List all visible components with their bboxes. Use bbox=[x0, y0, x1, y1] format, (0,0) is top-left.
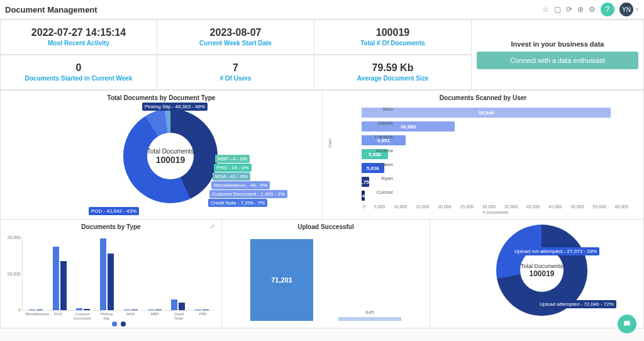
bar-other: 845 bbox=[338, 317, 401, 321]
page-title: Document Management bbox=[5, 5, 97, 14]
panel-title: Total Documents by Document Type bbox=[1, 91, 322, 103]
slice-label-mbp: MBP - 4 - 0% bbox=[215, 155, 250, 163]
chevron-down-icon[interactable]: ▾ bbox=[636, 6, 639, 13]
slice-label-credit: Credit Note - 7,299 - 7% bbox=[208, 199, 267, 207]
kpi-most-recent-activity: 2022-07-27 14:15:14 Most Recent Activity bbox=[0, 20, 157, 55]
donut2-center-label: Total Documents bbox=[521, 263, 563, 269]
tick: 0 bbox=[2, 308, 21, 312]
hbar-bar: 55,840 bbox=[362, 108, 611, 118]
kpi-value: 79.59 Kb bbox=[372, 62, 414, 74]
single-plot: 71,201 845 bbox=[241, 235, 411, 321]
connect-button[interactable]: Connect with a data enthusiast bbox=[477, 52, 638, 69]
hbar-category: Andrew bbox=[362, 148, 397, 154]
donut-center: Total Documents 100019 bbox=[123, 109, 218, 203]
x-axis-labels: MiscellaneousPODCustoms DocumentPicking … bbox=[22, 312, 215, 320]
panel-docs-by-type-donut: Total Documents by Document Type Total D… bbox=[0, 90, 323, 220]
donut2-center-value: 100019 bbox=[529, 269, 554, 278]
monitor-icon[interactable]: ▢ bbox=[554, 5, 561, 14]
hbar-category: Nico bbox=[362, 106, 397, 112]
kpi-label: Current Week Start Date bbox=[199, 40, 272, 47]
chat-fab[interactable] bbox=[618, 315, 636, 328]
kpi-value: 100019 bbox=[376, 27, 409, 38]
kpi-avg-size: 79.59 Kb Average Document Size bbox=[314, 55, 472, 90]
panel-title: Documents by Type bbox=[1, 220, 221, 232]
app-header: Document Management ☆ ▢ ⟳ ⊕ ⚙ ? YN ▾ bbox=[0, 0, 644, 20]
hbar-category: Shawn bbox=[362, 162, 397, 167]
legend-dot-a bbox=[112, 321, 117, 327]
bar-other-label: 845 bbox=[365, 310, 374, 315]
donut-chart[interactable]: Total Documents 100019 Picking Slip - 48… bbox=[1, 103, 322, 219]
panel-upload-successful: Upload Successful 71,201 845 bbox=[222, 220, 430, 328]
user-avatar[interactable]: YN bbox=[619, 3, 633, 16]
vbar-chart[interactable]: 40,000 20,000 0 MiscellaneousPODCustoms … bbox=[1, 232, 221, 326]
hbar-category: Frederik bbox=[362, 134, 397, 140]
kpi-value: 7 bbox=[233, 62, 238, 74]
invest-card: Invest in your business data Connect wit… bbox=[472, 20, 644, 90]
slice-label-not-attempted: Upload not attempted - 27,973 - 28% bbox=[512, 247, 599, 255]
kpi-users: 7 # Of Users bbox=[157, 55, 314, 90]
invest-title: Invest in your business data bbox=[511, 40, 604, 48]
legend-dot-b bbox=[121, 321, 126, 327]
hbar-category: Ryan bbox=[362, 176, 397, 181]
panel-upload-attempted-donut: Total Documents 100019 Upload not attemp… bbox=[430, 220, 644, 328]
help-icon[interactable]: ? bbox=[601, 3, 614, 16]
slice-label-misc: Miscellaneous - 46 - 0% bbox=[211, 181, 270, 189]
slice-label-attempted: Upload attempted - 72,046 - 72% bbox=[537, 300, 616, 308]
vbar-plot bbox=[22, 235, 215, 311]
kpi-value: 2022-07-27 14:15:14 bbox=[31, 27, 126, 38]
panel-title: Documents Scanned by User bbox=[323, 91, 643, 103]
refresh-icon[interactable]: ⟳ bbox=[566, 5, 572, 14]
panel-docs-by-type-bar: ⤢ Documents by Type 40,000 20,000 0 Misc… bbox=[0, 220, 222, 328]
gear-icon[interactable]: ⚙ bbox=[589, 5, 596, 14]
tick: 20,000 bbox=[2, 272, 21, 276]
hbar-chart[interactable]: Nico55,840Gareth20,883Frederik9,851Andre… bbox=[323, 103, 643, 208]
slice-label-picking: Picking Slip - 48,363 - 48% bbox=[142, 103, 208, 111]
hbar-category: Gareth bbox=[362, 120, 397, 126]
single-bar-chart[interactable]: 71,201 845 bbox=[222, 232, 430, 326]
slice-label-customs: Customs Document - 1,405 - 1% bbox=[209, 190, 287, 198]
kpi-value: 0 bbox=[76, 62, 82, 74]
kpi-label: # Of Users bbox=[219, 75, 251, 82]
kpi-docs-started: 0 Documents Started in Current Week bbox=[0, 55, 157, 90]
slice-label-pod: POD - 42,842 - 43% bbox=[89, 207, 139, 215]
kpi-week-start: 2023-08-07 Current Week Start Date bbox=[157, 20, 314, 55]
donut-center-label: Total Documents bbox=[147, 148, 194, 155]
bar-success: 71,201 bbox=[250, 239, 313, 321]
panel-docs-by-user: Documents Scanned by User User Nico55,84… bbox=[323, 90, 644, 220]
tick: 40,000 bbox=[2, 235, 21, 240]
kpi-label: Documents Started in Current Week bbox=[25, 75, 133, 82]
y-axis-ticks: 40,000 20,000 0 bbox=[2, 235, 21, 312]
add-icon[interactable]: ⊕ bbox=[577, 5, 584, 14]
header-toolbar: ☆ ▢ ⟳ ⊕ ⚙ ? YN ▾ bbox=[542, 3, 639, 16]
donut2-chart[interactable]: Total Documents 100019 Upload not attemp… bbox=[430, 220, 643, 328]
slice-label-msa: MSA - 41 - 0% bbox=[213, 172, 250, 181]
kpi-value: 2023-08-07 bbox=[210, 27, 262, 38]
panel-title: Upload Successful bbox=[222, 220, 430, 232]
donut-center-value: 100019 bbox=[156, 155, 186, 165]
kpi-label: Most Recent Activity bbox=[48, 40, 109, 47]
kpi-label: Total # Of Documents bbox=[360, 40, 425, 47]
star-icon[interactable]: ☆ bbox=[542, 5, 549, 14]
expand-icon[interactable]: ⤢ bbox=[210, 223, 216, 230]
legend bbox=[22, 321, 215, 327]
charts-row-2: Total Documents by Document Type Total D… bbox=[0, 90, 644, 220]
charts-row-3: ⤢ Documents by Type 40,000 20,000 0 Misc… bbox=[0, 220, 644, 328]
slice-label-prd: PRD - 19 - 0% bbox=[214, 164, 252, 172]
kpi-label: Average Document Size bbox=[357, 75, 429, 82]
kpi-grid: 2022-07-27 14:15:14 Most Recent Activity… bbox=[0, 20, 644, 90]
hbar-category: Connor bbox=[362, 189, 397, 195]
kpi-total-docs: 100019 Total # Of Documents bbox=[314, 20, 472, 55]
